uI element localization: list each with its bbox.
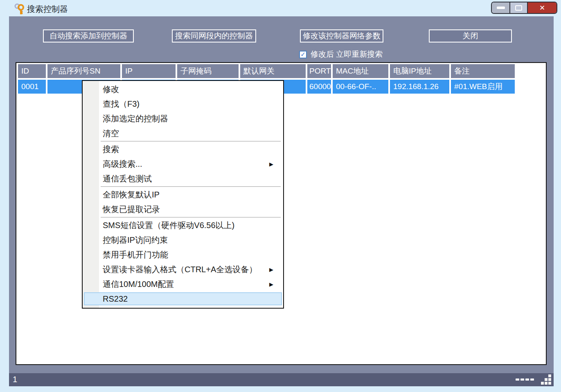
- resize-grip-icon[interactable]: [541, 374, 551, 385]
- menu-item-ip-access-restriction[interactable]: 控制器IP访问约束: [83, 233, 283, 247]
- column-header-port[interactable]: PORT: [307, 64, 331, 78]
- cell-remark[interactable]: #01.WEB启用: [451, 80, 515, 94]
- menu-item-clear[interactable]: 清空: [83, 126, 283, 141]
- menu-divider: [101, 141, 281, 141]
- column-header-remark[interactable]: 备注: [451, 64, 515, 78]
- close-button[interactable]: ✕: [528, 2, 556, 13]
- menu-item-packet-loss-test[interactable]: 通信丢包测试: [83, 171, 283, 186]
- maximize-icon: [515, 5, 522, 11]
- submenu-arrow-icon: ▶: [269, 281, 273, 287]
- status-bar: 1: [9, 373, 554, 386]
- menu-item-restore-extracted-records[interactable]: 恢复已提取记录: [83, 202, 283, 217]
- table-header-row: ID 产品序列号SN IP 子网掩码 默认网关 PORT MAC地址 电脑IP地…: [18, 64, 515, 78]
- search-subnet-button[interactable]: 搜索同网段内的控制器: [172, 29, 256, 43]
- menu-item-sms-settings[interactable]: SMS短信设置（硬件驱动V6.56以上): [83, 218, 283, 233]
- column-header-id[interactable]: ID: [18, 64, 46, 78]
- research-after-modify-checkbox[interactable]: ✓: [299, 51, 307, 58]
- submenu-arrow-icon: ▶: [269, 161, 273, 167]
- menu-item-comm-speed-config[interactable]: 通信10M/100M配置 ▶: [83, 277, 283, 291]
- cell-id[interactable]: 0001: [18, 80, 46, 94]
- menu-item-modify[interactable]: 修改: [83, 82, 283, 96]
- research-after-modify-option: ✓ 修改后 立即重新搜索: [299, 49, 383, 60]
- menu-item-advanced-search[interactable]: 高级搜索... ▶: [83, 157, 283, 171]
- close-icon: ✕: [539, 4, 545, 12]
- checkmark-icon: ✓: [300, 51, 306, 58]
- close-dialog-button[interactable]: 关闭: [429, 29, 512, 43]
- menu-item-restore-default-ip[interactable]: 全部恢复默认IP: [83, 187, 283, 202]
- column-header-sn[interactable]: 产品序列号SN: [47, 64, 120, 78]
- column-header-mask[interactable]: 子网掩码: [177, 64, 239, 78]
- menu-item-reader-input-format[interactable]: 设置读卡器输入格式（CTRL+A全选设备） ▶: [83, 262, 283, 277]
- title-bar: 搜索控制器 ✕: [0, 0, 561, 16]
- menu-divider: [101, 217, 281, 217]
- menu-item-disable-phone-open-door[interactable]: 禁用手机开门功能: [83, 247, 283, 262]
- column-header-pc-ip[interactable]: 电脑IP地址: [390, 64, 449, 78]
- menu-item-rs232[interactable]: RS232: [84, 292, 282, 305]
- minimize-icon: [497, 7, 505, 9]
- menu-item-find[interactable]: 查找（F3): [83, 96, 283, 111]
- submenu-arrow-icon: ▶: [269, 267, 273, 273]
- window-controls: ✕: [491, 2, 557, 14]
- status-dashes-icon: [516, 379, 534, 381]
- modify-network-params-button[interactable]: 修改该控制器网络参数: [300, 29, 383, 43]
- status-count: 1: [13, 375, 17, 384]
- menu-item-add-selected[interactable]: 添加选定的控制器: [83, 111, 283, 126]
- maximize-button[interactable]: [510, 2, 528, 13]
- column-header-gateway[interactable]: 默认网关: [240, 64, 306, 78]
- menu-divider: [101, 186, 281, 187]
- minimize-button[interactable]: [492, 2, 510, 13]
- window-title: 搜索控制器: [27, 4, 68, 15]
- cell-port[interactable]: 60000: [307, 80, 331, 94]
- context-menu: 修改 查找（F3) 添加选定的控制器 清空 搜索 高级搜索... ▶ 通信丢包测…: [82, 80, 284, 309]
- menu-list: 修改 查找（F3) 添加选定的控制器 清空 搜索 高级搜索... ▶ 通信丢包测…: [83, 82, 283, 306]
- cell-mac[interactable]: 00-66-OF-..: [333, 80, 388, 94]
- cell-pc-ip[interactable]: 192.168.1.26: [390, 80, 449, 94]
- checkbox-label: 修改后 立即重新搜索: [311, 49, 383, 60]
- keys-icon: [14, 3, 25, 14]
- column-header-ip[interactable]: IP: [122, 64, 176, 78]
- auto-search-add-button[interactable]: 自动搜索添加到控制器: [43, 29, 134, 43]
- menu-item-search[interactable]: 搜索: [83, 142, 283, 157]
- column-header-mac[interactable]: MAC地址: [333, 64, 388, 78]
